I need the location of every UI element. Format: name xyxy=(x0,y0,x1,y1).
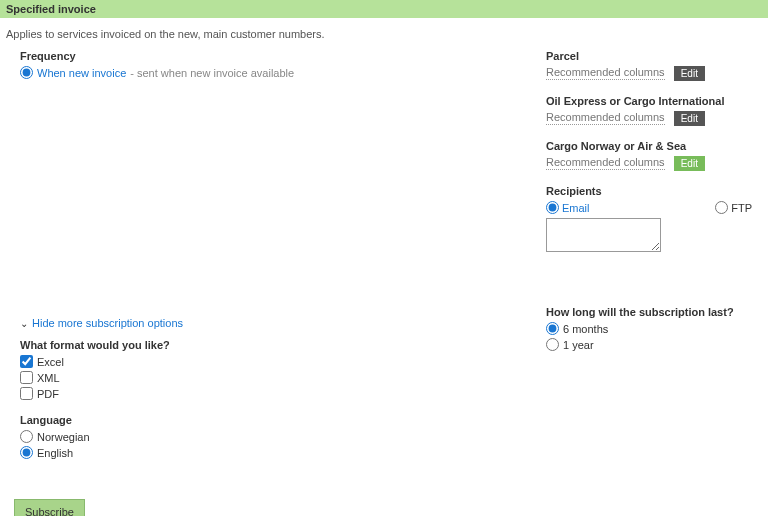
parcel-recommended-link[interactable]: Recommended columns xyxy=(546,66,665,80)
cargo-edit-button[interactable]: Edit xyxy=(674,156,705,171)
language-section: Language Norwegian English xyxy=(20,414,546,459)
format-label: What format would you like? xyxy=(20,339,546,351)
duration-1year-label: 1 year xyxy=(563,339,594,351)
toggle-more-options-label: Hide more subscription options xyxy=(32,317,183,329)
language-english-radio[interactable] xyxy=(20,446,33,459)
recipients-title: Recipients xyxy=(546,185,752,197)
format-pdf-checkbox[interactable] xyxy=(20,387,33,400)
page-header-ribbon: Specified invoice xyxy=(0,0,768,18)
recipients-email-label: Email xyxy=(562,202,590,214)
recipients-email-radio[interactable] xyxy=(546,201,559,214)
format-xml-checkbox[interactable] xyxy=(20,371,33,384)
cargo-recommended-link[interactable]: Recommended columns xyxy=(546,156,665,170)
parcel-title: Parcel xyxy=(546,50,752,62)
duration-label: How long will the subscription last? xyxy=(546,306,752,318)
duration-6months-label: 6 months xyxy=(563,323,608,335)
format-excel-label: Excel xyxy=(37,356,64,368)
language-label: Language xyxy=(20,414,546,426)
page-title: Specified invoice xyxy=(6,3,96,15)
duration-section: How long will the subscription last? 6 m… xyxy=(546,306,752,351)
recipients-textarea[interactable] xyxy=(546,218,661,252)
recipients-section: Recipients Email FTP xyxy=(546,185,752,254)
page-description: Applies to services invoiced on the new,… xyxy=(0,18,768,48)
format-section: What format would you like? Excel XML PD… xyxy=(20,339,546,400)
language-norwegian-label: Norwegian xyxy=(37,431,90,443)
oil-section: Oil Express or Cargo International Recom… xyxy=(546,95,752,126)
parcel-edit-button[interactable]: Edit xyxy=(674,66,705,81)
duration-1year-radio[interactable] xyxy=(546,338,559,351)
duration-6months-radio[interactable] xyxy=(546,322,559,335)
frequency-when-new-radio[interactable] xyxy=(20,66,33,79)
oil-edit-button[interactable]: Edit xyxy=(674,111,705,126)
cargo-section: Cargo Norway or Air & Sea Recommended co… xyxy=(546,140,752,171)
format-excel-checkbox[interactable] xyxy=(20,355,33,368)
frequency-when-new-hint: - sent when new invoice available xyxy=(130,67,294,79)
oil-recommended-link[interactable]: Recommended columns xyxy=(546,111,665,125)
frequency-label: Frequency xyxy=(20,50,546,62)
format-pdf-label: PDF xyxy=(37,388,59,400)
toggle-more-options[interactable]: ⌄ Hide more subscription options xyxy=(20,317,183,329)
language-english-label: English xyxy=(37,447,73,459)
recipients-ftp-label: FTP xyxy=(731,202,752,214)
cargo-title: Cargo Norway or Air & Sea xyxy=(546,140,752,152)
frequency-section: Frequency When new invoice - sent when n… xyxy=(20,50,546,79)
oil-title: Oil Express or Cargo International xyxy=(546,95,752,107)
subscribe-button[interactable]: Subscribe xyxy=(14,499,85,516)
language-norwegian-radio[interactable] xyxy=(20,430,33,443)
format-xml-label: XML xyxy=(37,372,60,384)
frequency-when-new-label: When new invoice xyxy=(37,67,126,79)
chevron-down-icon: ⌄ xyxy=(20,318,28,329)
recipients-ftp-radio[interactable] xyxy=(715,201,728,214)
parcel-section: Parcel Recommended columns Edit xyxy=(546,50,752,81)
